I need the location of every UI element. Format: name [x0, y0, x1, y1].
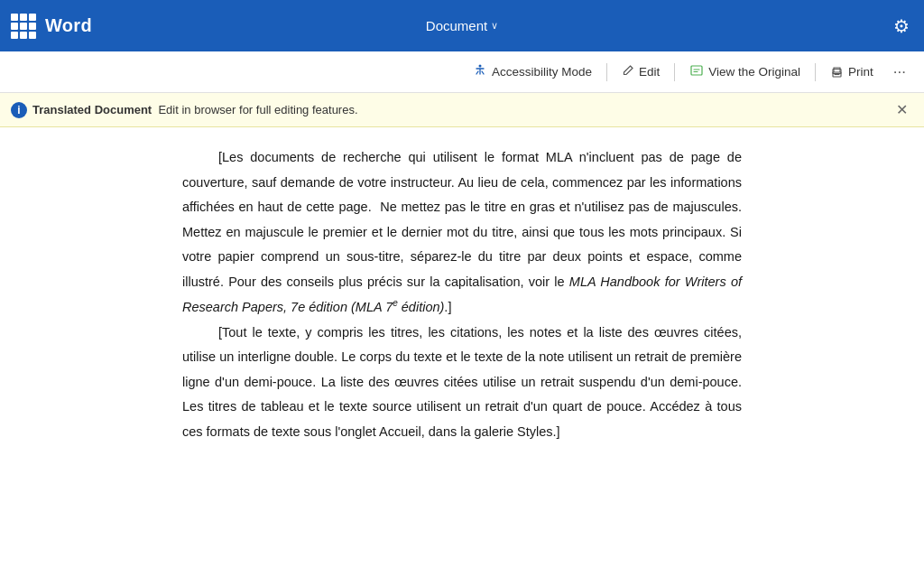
info-title: Translated Document — [32, 103, 152, 116]
app-title: Word — [45, 15, 92, 36]
document-title[interactable]: Document ∨ — [426, 18, 498, 33]
document-page: [Les documents de recherche qui utilisen… — [110, 127, 814, 577]
print-label: Print — [848, 65, 873, 79]
divider — [606, 63, 607, 81]
paragraph-2: [Tout le texte, y compris les titres, le… — [182, 321, 742, 445]
italic-text-1: MLA Handbook for Writers of Research Pap… — [182, 275, 742, 314]
svg-rect-1 — [691, 66, 702, 75]
divider — [674, 63, 675, 81]
edit-button[interactable]: Edit — [613, 60, 669, 84]
print-button[interactable]: Print — [821, 60, 882, 85]
waffle-menu-icon[interactable] — [11, 14, 36, 39]
edit-label: Edit — [639, 65, 660, 79]
accessibility-mode-button[interactable]: Accessibility Mode — [464, 59, 601, 85]
info-message: Edit in browser for full editing feature… — [158, 103, 357, 116]
chevron-down-icon: ∨ — [491, 20, 498, 32]
info-bar: i Translated Document Edit in browser fo… — [0, 93, 924, 127]
accessibility-mode-label: Accessibility Mode — [492, 65, 592, 79]
paragraph-1: [Les documents de recherche qui utilisen… — [182, 145, 742, 321]
info-icon: i — [11, 102, 27, 118]
accessibility-icon — [473, 63, 487, 80]
info-text: Translated Document Edit in browser for … — [32, 103, 358, 116]
info-close-button[interactable]: ✕ — [891, 99, 913, 120]
print-icon — [830, 64, 844, 80]
top-bar: Word Document ∨ ⚙ — [0, 0, 924, 51]
settings-button[interactable]: ⚙ — [890, 12, 913, 41]
view-original-button[interactable]: View the Original — [680, 59, 809, 85]
view-original-label: View the Original — [708, 65, 800, 79]
svg-point-0 — [478, 65, 481, 68]
view-original-icon — [689, 63, 704, 80]
toolbar: Accessibility Mode Edit View the Origina… — [0, 51, 924, 93]
document-area: [Les documents de recherche qui utilisen… — [0, 127, 924, 577]
more-options-button[interactable]: ··· — [886, 60, 913, 85]
edit-icon — [622, 64, 634, 79]
divider — [815, 63, 816, 81]
